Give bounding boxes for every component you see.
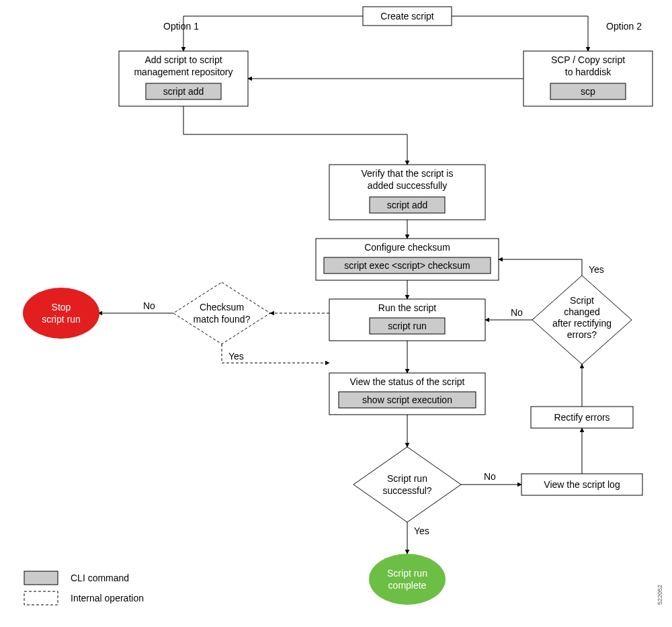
runok-yes: Yes (414, 526, 429, 536)
checksum-cmd: script exec <script> checksum (344, 260, 470, 271)
scp-line2: to harddisk (565, 67, 612, 77)
node-verify-added: Verify that the script is added successf… (329, 165, 485, 220)
node-add-script: Add script to script management reposito… (119, 51, 248, 106)
viewstatus-label: View the status of the script (350, 376, 465, 387)
node-script-run-complete: Script run complete (369, 554, 446, 605)
changed-line1: Script (570, 295, 594, 306)
add-script-cmd: script add (163, 86, 204, 97)
complete-line1: Script run (387, 568, 427, 579)
node-configure-checksum: Configure checksum script exec <script> … (316, 239, 499, 280)
changed-no: No (511, 307, 523, 318)
runok-no: No (484, 471, 496, 482)
checksum-q-line2: match found? (194, 314, 251, 325)
add-script-line1: Add script to script (144, 54, 222, 65)
figure-id: 522052 (657, 585, 663, 605)
svg-rect-12 (24, 591, 58, 605)
changed-line2: changed (564, 306, 600, 317)
legend-cli: CLI command (71, 573, 129, 583)
rectify-label: Rectify errors (554, 412, 610, 423)
node-create-script: Create script (363, 7, 452, 26)
runok-line1: Script run (387, 473, 427, 484)
svg-point-8 (369, 554, 446, 605)
node-stop-script-run: Stop script run (23, 288, 99, 339)
checksum-q-line1: Checksum (200, 302, 244, 312)
complete-line2: complete (388, 580, 427, 591)
add-script-line2: management repository (134, 67, 233, 77)
node-scp-copy: SCP / Copy script to harddisk scp (523, 51, 653, 106)
viewlog-label: View the script log (544, 479, 620, 490)
changed-yes: Yes (589, 264, 604, 275)
checksum-yes: Yes (228, 351, 244, 362)
scp-cmd: scp (581, 86, 595, 97)
verify-cmd: script add (387, 200, 428, 210)
legend: CLI command Internal operation (24, 571, 144, 605)
verify-line1: Verify that the script is (362, 168, 454, 179)
option1-label: Option 1 (163, 21, 199, 32)
checksum-label: Configure checksum (364, 242, 450, 253)
viewstatus-cmd: show script execution (362, 394, 452, 405)
stop-line1: Stop (52, 302, 71, 312)
changed-line4: errors? (567, 329, 597, 340)
node-view-log: View the script log (521, 474, 642, 495)
node-view-status: View the status of the script show scrip… (329, 373, 485, 415)
node-script-changed: Script changed after rectifying errors? (532, 276, 632, 364)
run-cmd: script run (388, 321, 427, 331)
legend-internal: Internal operation (71, 593, 144, 603)
scp-line1: SCP / Copy script (551, 54, 625, 65)
svg-point-6 (23, 288, 99, 339)
create-script-label: Create script (380, 11, 433, 22)
svg-rect-11 (24, 571, 58, 585)
verify-line2: added successfully (368, 180, 447, 191)
checksum-no: No (143, 300, 155, 311)
run-label: Run the script (378, 302, 436, 313)
node-rectify-errors: Rectify errors (531, 407, 633, 428)
node-run-script: Run the script script run (329, 299, 485, 341)
stop-line2: script run (42, 314, 81, 325)
option2-label: Option 2 (606, 21, 642, 32)
node-checksum-match: Checksum match found? (173, 282, 270, 344)
changed-line3: after rectifying (552, 318, 612, 329)
node-run-successful: Script run successful? (353, 447, 461, 522)
runok-line2: successful? (382, 485, 431, 496)
